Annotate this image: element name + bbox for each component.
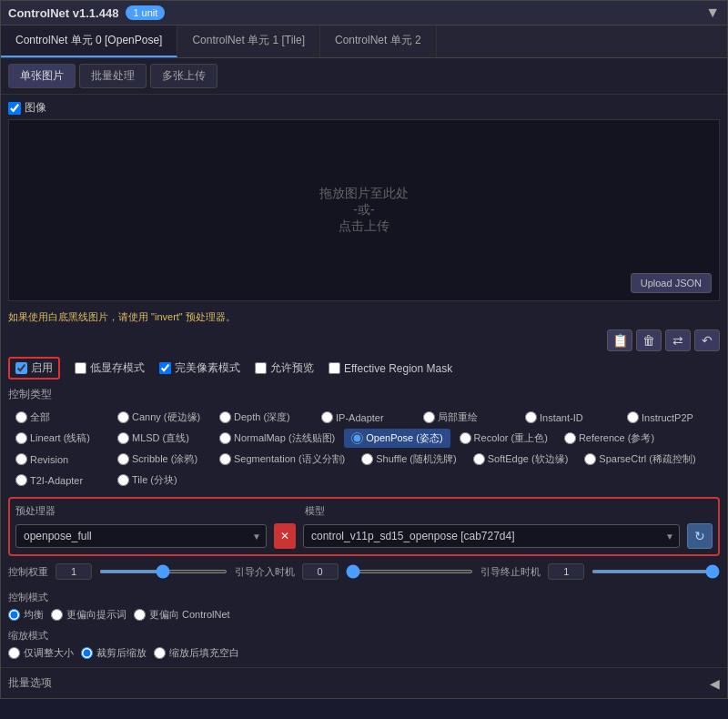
- control-type-lineart[interactable]: Lineart (线稿): [8, 429, 108, 448]
- control-mode-options: 均衡 更偏向提示词 更偏向 ControlNet: [8, 608, 720, 622]
- mode-prompt[interactable]: 更偏向提示词: [51, 608, 126, 622]
- perfect-pixel-label: 完美像素模式: [175, 360, 240, 376]
- allow-preview-label: 允许预览: [270, 360, 314, 376]
- drop-text-2: -或-: [353, 202, 374, 218]
- toolbar-row: 📋 🗑 ⇄ ↶: [1, 328, 727, 353]
- model-header: 模型: [305, 504, 713, 520]
- tab-controlnet-2[interactable]: ControlNet 单元 2: [320, 25, 437, 57]
- model-select[interactable]: control_v11p_sd15_openpose [cab727d4] no…: [303, 524, 680, 548]
- end-slider[interactable]: [592, 570, 720, 573]
- sub-tab-multi[interactable]: 多张上传: [150, 64, 217, 88]
- allow-preview-checkbox[interactable]: [255, 362, 267, 374]
- effective-region-checkbox[interactable]: [329, 362, 340, 374]
- tab-controlnet-0[interactable]: ControlNet 单元 0 [OpenPose]: [1, 25, 177, 57]
- sub-tab-batch[interactable]: 批量处理: [79, 64, 147, 88]
- control-type-softedge[interactable]: SoftEdge (软边缘): [466, 450, 576, 469]
- resize-mode-section: 缩放模式 仅调整大小 裁剪后缩放 缩放后填充空白: [1, 625, 727, 663]
- model-wrapper: control_v11p_sd15_openpose [cab727d4] no…: [303, 524, 680, 548]
- panel-title: ControlNet v1.1.448: [8, 6, 118, 20]
- control-type-segmentation[interactable]: Segmentation (语义分割): [212, 450, 352, 469]
- batch-section[interactable]: 批量选项 ◀: [1, 667, 727, 698]
- control-weight-slider[interactable]: [99, 570, 228, 573]
- effective-region-option[interactable]: Effective Region Mask: [329, 362, 452, 375]
- control-type-normalmap[interactable]: NormalMap (法线贴图): [212, 429, 342, 448]
- model-label: 模型: [305, 504, 713, 518]
- control-type-title: 控制类型: [1, 383, 727, 404]
- control-type-revision[interactable]: Revision: [8, 450, 108, 469]
- control-type-reference[interactable]: Reference (参考): [557, 429, 662, 448]
- processor-select[interactable]: openpose_full openpose openpose_face ope…: [15, 524, 267, 548]
- tab-controlnet-1[interactable]: ControlNet 单元 1 [Tile]: [177, 25, 320, 57]
- enable-option[interactable]: 启用: [8, 357, 60, 380]
- title-bar-left: ControlNet v1.1.448 1 unit: [8, 5, 165, 20]
- effective-region-label: Effective Region Mask: [344, 362, 452, 375]
- image-section: 图像 拖放图片至此处 -或- 点击上传 Upload JSON: [1, 95, 727, 307]
- resize-fill-blank[interactable]: 缩放后填充空白: [154, 646, 239, 660]
- drop-text-3: 点击上传: [339, 218, 389, 235]
- batch-arrow-icon: ◀: [710, 676, 720, 691]
- options-row: 启用 低显存模式 完美像素模式 允许预览 Effective Region Ma…: [1, 353, 727, 383]
- low-vram-checkbox[interactable]: [75, 362, 86, 374]
- control-weight-row: 控制权重 1 引导介入时机 0 引导终止时机 1: [8, 563, 720, 580]
- start-value: 0: [302, 563, 339, 580]
- sliders-section: 控制权重 1 引导介入时机 0 引导终止时机 1: [1, 560, 727, 587]
- control-type-canny[interactable]: Canny (硬边缘): [110, 408, 210, 427]
- control-type-grid: 全部 Canny (硬边缘) Depth (深度) IP-Adapter 局部重…: [1, 404, 727, 493]
- sub-tab-single[interactable]: 单张图片: [8, 64, 76, 88]
- allow-preview-option[interactable]: 允许预览: [255, 360, 314, 376]
- processor-wrapper: openpose_full openpose openpose_face ope…: [15, 524, 267, 548]
- image-label: 图像: [25, 100, 46, 116]
- control-type-depth[interactable]: Depth (深度): [212, 408, 312, 427]
- control-type-openpose[interactable]: OpenPose (姿态): [344, 429, 450, 448]
- unit-badge: 1 unit: [126, 5, 165, 20]
- mode-balanced[interactable]: 均衡: [8, 608, 44, 622]
- drop-text-1: 拖放图片至此处: [319, 186, 409, 202]
- image-drop-area[interactable]: 拖放图片至此处 -或- 点击上传 Upload JSON: [8, 119, 720, 301]
- end-value: 1: [548, 563, 584, 580]
- control-type-instant-id[interactable]: Instant-ID: [518, 408, 618, 427]
- control-mode-section: 控制模式 均衡 更偏向提示词 更偏向 ControlNet: [1, 587, 727, 625]
- control-type-shuffle[interactable]: Shuffle (随机洗牌): [354, 450, 463, 469]
- main-tabs: ControlNet 单元 0 [OpenPose] ControlNet 单元…: [1, 25, 727, 58]
- perfect-pixel-option[interactable]: 完美像素模式: [159, 360, 240, 376]
- copy-icon-btn[interactable]: 📋: [607, 329, 632, 351]
- control-type-all[interactable]: 全部: [8, 408, 108, 427]
- control-type-sparsectrl[interactable]: SparseCtrl (稀疏控制): [577, 450, 703, 469]
- control-type-recolor[interactable]: Recolor (重上色): [452, 429, 555, 448]
- processor-header: 预处理器: [15, 504, 287, 520]
- start-label: 引导介入时机: [235, 565, 295, 579]
- processor-label: 预处理器: [15, 504, 287, 518]
- title-bar: ControlNet v1.1.448 1 unit ▼: [1, 1, 727, 25]
- resize-just-resize[interactable]: 仅调整大小: [8, 646, 74, 660]
- end-label: 引导终止时机: [480, 565, 541, 579]
- control-type-instructp2p[interactable]: InstructP2P: [620, 408, 720, 427]
- control-type-tile[interactable]: Tile (分块): [110, 471, 210, 490]
- image-label-row: 图像: [8, 100, 720, 116]
- model-refresh-button[interactable]: ↻: [687, 523, 713, 549]
- upload-json-button[interactable]: Upload JSON: [631, 273, 712, 293]
- low-vram-option[interactable]: 低显存模式: [75, 360, 145, 376]
- control-weight-label: 控制权重: [8, 565, 48, 579]
- processor-clear-button[interactable]: ✕: [274, 523, 296, 549]
- image-checkbox[interactable]: [8, 102, 21, 115]
- pm-header: 预处理器 模型: [15, 504, 713, 520]
- mode-controlnet[interactable]: 更偏向 ControlNet: [134, 608, 230, 622]
- control-type-t2i[interactable]: T2I-Adapter: [8, 471, 108, 490]
- enable-checkbox[interactable]: [15, 362, 27, 374]
- start-slider[interactable]: [346, 570, 474, 573]
- resize-crop-and-resize[interactable]: 裁剪后缩放: [81, 646, 147, 660]
- collapse-icon[interactable]: ▼: [705, 5, 720, 21]
- controlnet-panel: ControlNet v1.1.448 1 unit ▼ ControlNet …: [0, 0, 728, 699]
- warning-text: 如果使用白底黑线图片，请使用 "invert" 预处理器。: [1, 307, 727, 328]
- sub-tabs: 单张图片 批量处理 多张上传: [1, 58, 727, 95]
- control-type-ip-adapter[interactable]: IP-Adapter: [314, 408, 414, 427]
- control-type-mlsd[interactable]: MLSD (直线): [110, 429, 210, 448]
- swap-icon-btn[interactable]: ⇄: [665, 329, 691, 351]
- undo-icon-btn[interactable]: ↶: [694, 329, 720, 351]
- control-type-scribble[interactable]: Scribble (涂鸦): [110, 450, 210, 469]
- control-type-inpaint[interactable]: 局部重绘: [416, 408, 516, 427]
- delete-icon-btn[interactable]: 🗑: [636, 329, 662, 351]
- batch-label: 批量选项: [8, 675, 52, 691]
- control-mode-title: 控制模式: [8, 591, 720, 604]
- perfect-pixel-checkbox[interactable]: [159, 362, 171, 374]
